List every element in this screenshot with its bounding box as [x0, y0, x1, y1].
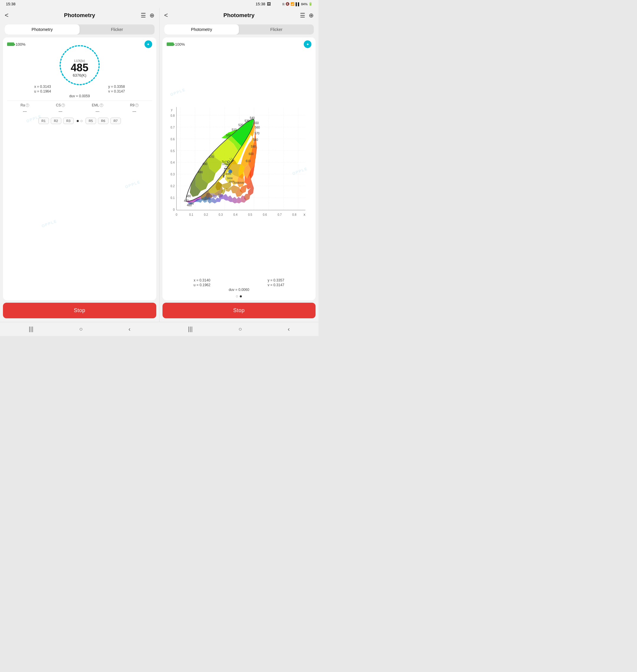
right-menu-icon[interactable]: ☰ [300, 12, 305, 19]
left-tab-flicker[interactable]: Flicker [79, 24, 154, 35]
left-cs-q[interactable]: ? [61, 104, 65, 107]
right-dot-2 [240, 295, 242, 297]
left-lux-value: 485 [71, 62, 89, 73]
left-eml-value: --- [95, 109, 99, 113]
left-cs-label: CS ? [56, 103, 65, 107]
svg-text:570: 570 [255, 132, 259, 135]
svg-text:0: 0 [173, 208, 175, 211]
mute-icon: 🔇 [286, 2, 290, 6]
left-dot-indicators [75, 120, 84, 122]
watermark-2: OPPLE [125, 180, 141, 189]
left-dot-empty [80, 120, 83, 122]
right-tab-flicker[interactable]: Flicker [239, 24, 314, 35]
left-ra: Ra ? --- [20, 103, 29, 113]
right-u-val: u = 0.1962 [167, 283, 238, 287]
time-right: 15:38 [256, 2, 266, 6]
right-nav-home[interactable]: ○ [238, 326, 242, 333]
left-r5-tab[interactable]: R5 [86, 117, 96, 124]
right-back-button[interactable]: < [164, 12, 168, 19]
left-stop-button[interactable]: Stop [3, 303, 156, 318]
right-v-val: v = 0.3147 [240, 283, 311, 287]
svg-text:0.1: 0.1 [189, 213, 193, 216]
svg-text:0.6: 0.6 [170, 138, 175, 141]
left-cs: CS ? --- [56, 103, 65, 113]
svg-text:590: 590 [251, 145, 256, 148]
svg-text:580: 580 [253, 138, 258, 142]
left-add-icon[interactable]: ⊕ [149, 12, 154, 19]
svg-text:490: 490 [198, 171, 203, 174]
left-r9: R9 ? --- [130, 103, 139, 113]
svg-text:0.4: 0.4 [170, 161, 175, 164]
svg-text:1500: 1500 [238, 181, 244, 184]
left-r9-q[interactable]: ? [135, 104, 139, 107]
left-ra-q[interactable]: ? [26, 104, 29, 107]
right-cie-chart: x 0 0.1 0.2 0.3 0.4 0.5 0.6 0.7 0.8 0 0.… [165, 49, 313, 275]
right-nav-menu[interactable]: ||| [188, 326, 193, 333]
battery-icon-status: 🔋 [308, 2, 313, 6]
svg-text:510: 510 [232, 128, 237, 131]
svg-text:480: 480 [202, 162, 207, 166]
left-gauge-center: LUX(lx) 485 6376(K) [56, 50, 103, 80]
svg-text:540: 540 [250, 116, 255, 120]
left-title: Photometry [64, 12, 95, 19]
left-nav-menu[interactable]: ||| [29, 326, 34, 333]
left-r1-tab[interactable]: R1 [38, 117, 49, 124]
right-title: Photometry [223, 12, 255, 19]
svg-text:0.8: 0.8 [170, 114, 175, 117]
svg-text:500: 500 [225, 134, 231, 137]
right-tab-photometry[interactable]: Photometry [164, 24, 239, 35]
left-r9-label: R9 ? [130, 103, 139, 107]
left-nav-home[interactable]: ○ [79, 326, 83, 333]
left-r2-tab[interactable]: R2 [51, 117, 61, 124]
left-ra-label: Ra ? [20, 103, 29, 107]
left-panel: < Photometry ☰ ⊕ Photometry Flicker OPPL… [0, 8, 160, 322]
right-header: < Photometry ☰ ⊕ [160, 8, 319, 23]
svg-text:x: x [304, 212, 306, 217]
left-back-button[interactable]: < [5, 12, 8, 19]
svg-text:470: 470 [209, 155, 214, 158]
left-r6-tab[interactable]: R6 [98, 117, 109, 124]
left-duv-val: duv = 0.0059 [7, 94, 152, 98]
right-add-icon[interactable]: ⊕ [309, 12, 314, 19]
left-battery-pct: 100% [16, 42, 25, 46]
wifi-icon: 📶 [290, 2, 295, 6]
svg-text:0.5: 0.5 [170, 149, 175, 153]
svg-text:380: 380 [189, 202, 194, 205]
right-stop-button[interactable]: Stop [163, 303, 316, 318]
svg-text:∞: ∞ [222, 174, 225, 178]
left-nav: ||| ○ ‹ [0, 322, 159, 336]
left-ra-value: --- [23, 109, 27, 113]
left-r7-tab[interactable]: R7 [110, 117, 121, 124]
right-measurements: x = 0.3140 y = 0.3357 u = 0.1962 v = 0.3… [163, 277, 316, 294]
right-nav: ||| ○ ‹ [159, 322, 318, 336]
svg-text:0.5: 0.5 [248, 213, 252, 216]
right-y-val: y = 0.3357 [240, 278, 311, 282]
left-header: < Photometry ☰ ⊕ [0, 8, 159, 23]
left-cs-value: --- [58, 109, 62, 113]
svg-text:0.2: 0.2 [204, 213, 208, 216]
right-nav-back[interactable]: ‹ [288, 326, 290, 333]
left-r-tabs: R1 R2 R3 R5 R6 R7 [3, 115, 156, 127]
right-dot-1 [236, 295, 238, 297]
left-u-val: u = 0.1964 [7, 89, 78, 93]
left-nav-back[interactable]: ‹ [129, 326, 131, 333]
svg-text:600: 600 [249, 152, 254, 156]
left-bluetooth-badge: ✦ [145, 40, 152, 48]
left-v-val: v = 0.3147 [81, 89, 152, 93]
left-tab-photometry[interactable]: Photometry [5, 24, 79, 35]
right-card: OPPLE OPPLE 100% ✦ [163, 37, 316, 300]
left-r3-tab[interactable]: R3 [63, 117, 74, 124]
svg-text:530: 530 [244, 119, 250, 123]
svg-text:0.1: 0.1 [170, 196, 175, 200]
left-r9-value: --- [132, 109, 136, 113]
svg-text:0.7: 0.7 [277, 213, 281, 216]
svg-text:y: y [171, 108, 172, 111]
right-duv-val: duv = 0.0060 [167, 288, 312, 292]
left-gauge-section: // We'll draw this via the SVG directly … [3, 49, 156, 83]
svg-text:0.2: 0.2 [170, 185, 175, 188]
bluetooth-status-icon: ⎘ [283, 2, 285, 6]
left-eml-q[interactable]: ? [100, 104, 103, 107]
svg-text:550: 550 [254, 122, 259, 125]
right-tabs: Photometry Flicker [164, 24, 314, 35]
left-menu-icon[interactable]: ☰ [141, 12, 146, 19]
